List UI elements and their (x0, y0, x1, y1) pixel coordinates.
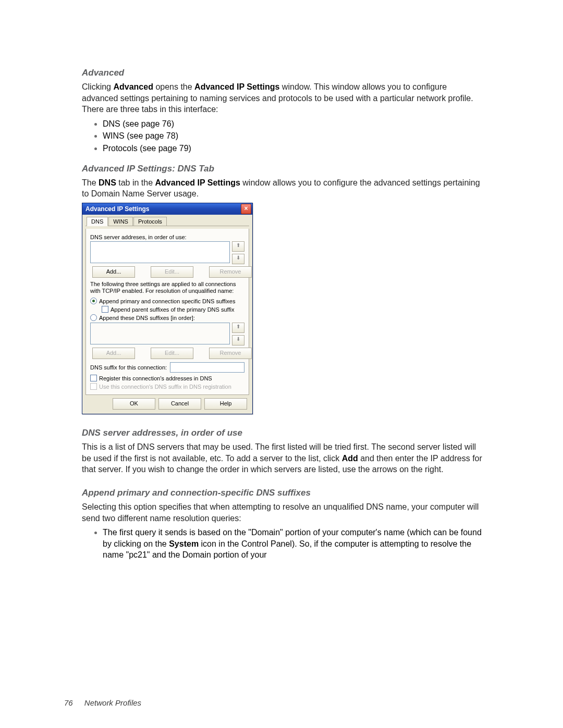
dialog-button-row: OK Cancel Help (85, 395, 249, 411)
checkbox-label: Use this connection's DNS suffix in DNS … (99, 384, 231, 390)
bold-dns: DNS (99, 178, 116, 187)
tab-strip: DNS WINS Protocols (85, 217, 249, 226)
checkbox-label: Append parent suffixes of the primary DN… (111, 306, 234, 313)
checkbox-icon (90, 383, 97, 390)
tab-dns-panel: DNS server addreses, in order of use: ⬆ … (85, 229, 249, 395)
radio-append-primary[interactable]: Append primary and connection specific D… (90, 298, 244, 304)
heading-append-primary: Append primary and connection-specific D… (82, 488, 482, 498)
interface-tabs-list: DNS (see page 76) WINS (see page 78) Pro… (82, 118, 482, 154)
radio-label: Append primary and connection specific D… (99, 298, 236, 304)
checkbox-append-parent[interactable]: Append parent suffixes of the primary DN… (102, 306, 244, 313)
bold-advanced: Advanced (113, 82, 153, 91)
radio-icon (90, 298, 97, 304)
list-item: WINS (see page 78) (103, 130, 482, 142)
checkbox-label: Register this connection's addresses in … (99, 375, 212, 381)
add-suffix-button[interactable]: Add... (92, 348, 135, 359)
advanced-ip-settings-window: Advanced IP Settings × DNS WINS Protocol… (82, 203, 253, 414)
text: opens the (153, 82, 194, 91)
window-title: Advanced IP Settings (85, 205, 149, 213)
tab-dns[interactable]: DNS (87, 217, 108, 226)
titlebar[interactable]: Advanced IP Settings × (82, 203, 252, 215)
label-dns-servers: DNS server addreses, in order of use: (90, 234, 244, 240)
page-number: 76 (64, 698, 73, 707)
bold-advanced-ip-settings: Advanced IP Settings (194, 82, 279, 91)
checkbox-register-addresses[interactable]: Register this connection's addresses in … (90, 375, 244, 381)
label-dns-suffix-connection: DNS suffix for this connection: (90, 364, 167, 371)
list-item: The first query it sends is based on the… (103, 527, 482, 561)
checkbox-icon (102, 306, 108, 313)
document-page: Advanced Clicking Advanced opens the Adv… (0, 0, 563, 728)
heading-dns-server-addresses: DNS server addresses, in order of use (82, 428, 482, 438)
help-button[interactable]: Help (204, 398, 247, 410)
heading-advanced: Advanced (82, 68, 482, 78)
move-down-button[interactable]: ⬇ (232, 254, 244, 264)
bold-add: Add (342, 454, 358, 463)
checkbox-use-suffix[interactable]: Use this connection's DNS suffix in DNS … (90, 383, 244, 390)
heading-dns-tab: Advanced IP Settings: DNS Tab (82, 164, 482, 174)
edit-server-button[interactable]: Edit... (151, 266, 193, 278)
suffix-move-up-button[interactable]: ⬆ (232, 323, 244, 333)
bold-adv-ip-settings: Advanced IP Settings (155, 178, 240, 187)
dns-server-listbox[interactable] (90, 241, 230, 263)
note-tcpip: The following three settings are applied… (90, 281, 244, 294)
para-dns-tab: The DNS tab in the Advanced IP Settings … (82, 177, 482, 200)
radio-icon (90, 314, 97, 321)
para-dns-addresses: This is a list of DNS servers that may b… (82, 441, 482, 475)
text: Clicking (82, 82, 113, 91)
para-advanced: Clicking Advanced opens the Advanced IP … (82, 81, 482, 115)
window-body: DNS WINS Protocols DNS server addreses, … (82, 215, 252, 414)
remove-server-button[interactable]: Remove (209, 266, 252, 278)
remove-suffix-button[interactable]: Remove (209, 348, 252, 359)
close-icon[interactable]: × (241, 204, 251, 214)
dns-suffix-listbox[interactable] (90, 323, 230, 344)
tab-wins[interactable]: WINS (108, 217, 133, 226)
footer-title: Network Profiles (84, 698, 141, 707)
text: tab in the (116, 178, 155, 187)
add-server-button[interactable]: Add... (92, 266, 135, 278)
edit-suffix-button[interactable]: Edit... (151, 348, 193, 359)
radio-label: Append these DNS suffixes [in order]: (99, 315, 195, 321)
checkbox-icon (90, 375, 97, 381)
bold-system: System (169, 539, 199, 548)
radio-append-these[interactable]: Append these DNS suffixes [in order]: (90, 314, 244, 321)
text: The (82, 178, 99, 187)
move-up-button[interactable]: ⬆ (232, 241, 244, 252)
list-item: Protocols (see page 79) (103, 143, 482, 154)
ok-button[interactable]: OK (113, 398, 155, 410)
content-column: Advanced Clicking Advanced opens the Adv… (82, 68, 482, 566)
tab-protocols[interactable]: Protocols (133, 217, 167, 226)
page-footer: 76 Network Profiles (64, 698, 141, 707)
para-append-primary: Selecting this option specifies that whe… (82, 501, 482, 524)
queries-list: The first query it sends is based on the… (82, 527, 482, 561)
dns-suffix-input[interactable] (170, 362, 244, 373)
list-item: DNS (see page 76) (103, 118, 482, 130)
suffix-move-down-button[interactable]: ⬇ (232, 335, 244, 346)
cancel-button[interactable]: Cancel (158, 398, 201, 410)
